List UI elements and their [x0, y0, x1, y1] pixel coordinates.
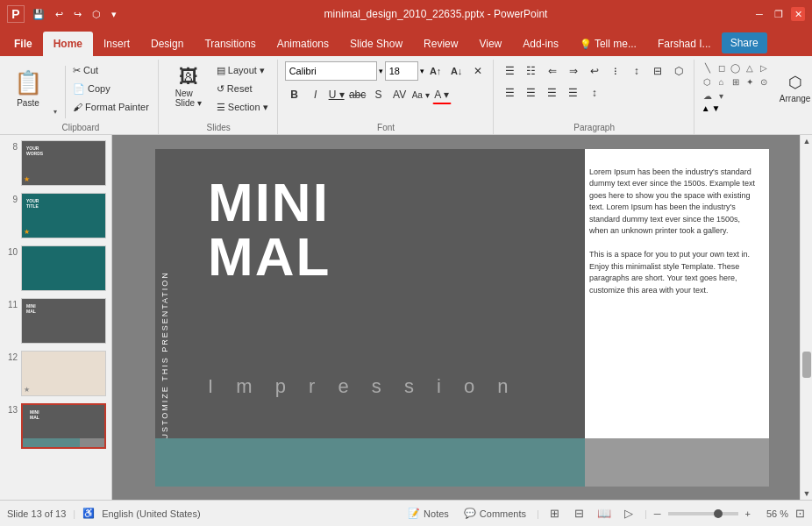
smartart-btn[interactable]: ⬡: [669, 61, 688, 81]
notes-btn[interactable]: 📝 Notes: [403, 505, 453, 522]
bold-btn[interactable]: B: [285, 85, 304, 104]
shape-more[interactable]: ▾: [716, 89, 728, 102]
shape-7[interactable]: ⌂: [716, 75, 728, 88]
tab-design[interactable]: Design: [140, 32, 194, 56]
slide-thumb-9[interactable]: YOURTITLE ★: [21, 193, 106, 238]
shape-8[interactable]: ⊞: [730, 75, 742, 88]
reading-view-btn[interactable]: 📖: [595, 505, 613, 522]
strikethrough-btn[interactable]: abc: [348, 85, 367, 104]
justify-btn[interactable]: ☰: [564, 83, 583, 103]
minimize-btn[interactable]: ─: [752, 7, 766, 21]
slide-sorter-btn[interactable]: ⊟: [571, 505, 588, 522]
slide-item-10[interactable]: 10: [4, 244, 108, 293]
slideshow-btn[interactable]: ▷: [620, 505, 637, 522]
paste-dropdown-btn[interactable]: ▾: [49, 61, 61, 116]
slide-thumb-8[interactable]: YOURWORDS ★: [21, 140, 106, 186]
slide-panel[interactable]: 8 YOURWORDS ★ 9 YOURTITLE ★ 10 11 M: [0, 135, 112, 500]
cut-btn[interactable]: ✂ Cut: [69, 61, 153, 79]
section-btn[interactable]: ☰ Section ▾: [213, 98, 272, 116]
font-name-input[interactable]: [285, 61, 377, 81]
tab-account[interactable]: Farshad I...: [647, 32, 722, 56]
accessibility-icon[interactable]: ♿: [82, 508, 95, 519]
shape-3[interactable]: ◯: [730, 61, 742, 74]
font-size-input[interactable]: [385, 61, 418, 81]
scroll-thumb[interactable]: [802, 352, 811, 378]
shape-4[interactable]: △: [744, 61, 756, 74]
fit-slide-btn[interactable]: ⊡: [795, 507, 805, 520]
shape-down[interactable]: ▼: [712, 103, 721, 113]
align-center-btn[interactable]: ☰: [522, 83, 541, 103]
save-qat-btn[interactable]: 💾: [30, 9, 47, 20]
tab-animations[interactable]: Animations: [267, 32, 339, 56]
slide-item-8[interactable]: 8 YOURWORDS ★: [4, 139, 108, 188]
tab-tell-me[interactable]: 💡 Tell me...: [569, 32, 647, 56]
shape-6[interactable]: ⬡: [702, 75, 714, 88]
slide-item-9[interactable]: 9 YOURTITLE ★: [4, 191, 108, 240]
tab-home[interactable]: Home: [43, 32, 93, 56]
shape-10[interactable]: ⊙: [758, 75, 770, 88]
font-name-dropdown[interactable]: ▾: [379, 67, 383, 75]
slide-item-12[interactable]: 12 ★: [4, 349, 108, 398]
paste-btn[interactable]: 📋 Paste: [9, 61, 47, 116]
undo-qat-btn[interactable]: ↩: [53, 9, 66, 20]
reset-btn[interactable]: ↺ Reset: [213, 80, 272, 97]
rtl-btn[interactable]: ↩: [585, 61, 604, 81]
slide-thumb-10[interactable]: [21, 245, 106, 291]
slide-item-13[interactable]: 13 MINIMAL: [4, 402, 108, 451]
close-btn[interactable]: ✕: [791, 7, 805, 21]
zoom-out-btn[interactable]: ─: [654, 508, 661, 519]
slide-item-11[interactable]: 11 MINIMAL: [4, 296, 108, 345]
tab-view[interactable]: View: [468, 32, 512, 56]
tab-file[interactable]: File: [4, 32, 43, 56]
shape-2[interactable]: ◻: [716, 61, 728, 74]
comments-btn[interactable]: 💬 Comments: [460, 506, 530, 521]
shape-5[interactable]: ▷: [758, 61, 770, 74]
scroll-track[interactable]: [801, 147, 812, 487]
tab-review[interactable]: Review: [413, 32, 468, 56]
italic-btn[interactable]: I: [306, 85, 325, 104]
font-color-btn[interactable]: A ▾: [432, 85, 452, 104]
copy-btn[interactable]: 📄 Copy: [69, 80, 153, 97]
redo-qat-btn[interactable]: ↪: [71, 9, 84, 20]
scroll-up-arrow[interactable]: ▲: [801, 135, 812, 147]
align-right-btn[interactable]: ☰: [543, 83, 562, 103]
normal-view-btn[interactable]: ⊞: [546, 505, 564, 522]
slide-thumb-11[interactable]: MINIMAL: [21, 298, 106, 344]
arrange-btn[interactable]: ⬡ Arrange: [773, 61, 812, 114]
restore-btn[interactable]: ❐: [772, 7, 786, 21]
scroll-down-arrow[interactable]: ▼: [801, 487, 812, 500]
underline-btn[interactable]: U ▾: [327, 85, 346, 104]
zoom-percent[interactable]: 56 %: [758, 508, 788, 519]
increase-font-btn[interactable]: A↑: [426, 61, 445, 81]
tab-insert[interactable]: Insert: [93, 32, 140, 56]
new-slide-btn[interactable]: 🖼 NewSlide ▾: [166, 61, 211, 114]
align-left-btn[interactable]: ☰: [501, 83, 520, 103]
indent-increase-btn[interactable]: ⇒: [564, 61, 583, 81]
shape-9[interactable]: ✦: [744, 75, 756, 88]
language-indicator[interactable]: English (United States): [102, 508, 201, 519]
line-spacing-btn[interactable]: ↕: [585, 83, 604, 103]
layout-btn[interactable]: ▤ Layout ▾: [213, 61, 272, 79]
shape-1[interactable]: ╲: [702, 61, 714, 74]
columns-btn[interactable]: ⫶: [606, 61, 625, 81]
tab-addins[interactable]: Add-ins: [512, 32, 569, 56]
bullets-btn[interactable]: ☰: [501, 61, 520, 81]
tab-slideshow[interactable]: Slide Show: [339, 32, 413, 56]
slide-thumb-13[interactable]: MINIMAL: [21, 403, 106, 449]
char-spacing-btn[interactable]: AV: [390, 85, 410, 104]
zoom-slider[interactable]: [668, 512, 738, 515]
decrease-font-btn[interactable]: A↓: [447, 61, 467, 81]
slide-thumb-12[interactable]: ★: [21, 351, 106, 396]
format-painter-btn[interactable]: 🖌 Format Painter: [69, 98, 153, 116]
shadow-btn[interactable]: S: [369, 85, 388, 104]
tab-transitions[interactable]: Transitions: [194, 32, 266, 56]
font-size-dropdown[interactable]: ▾: [420, 67, 424, 75]
clear-format-btn[interactable]: ✕: [468, 61, 488, 81]
customize-qat-btn[interactable]: ⬡: [89, 9, 103, 20]
zoom-in-btn[interactable]: +: [745, 508, 751, 519]
case-btn[interactable]: Aa ▾: [411, 85, 431, 104]
shape-up[interactable]: ▲: [702, 103, 710, 113]
text-direction-btn[interactable]: ↕: [627, 61, 646, 81]
align-text-btn[interactable]: ⊟: [648, 61, 667, 81]
tab-share[interactable]: Share: [722, 32, 767, 53]
